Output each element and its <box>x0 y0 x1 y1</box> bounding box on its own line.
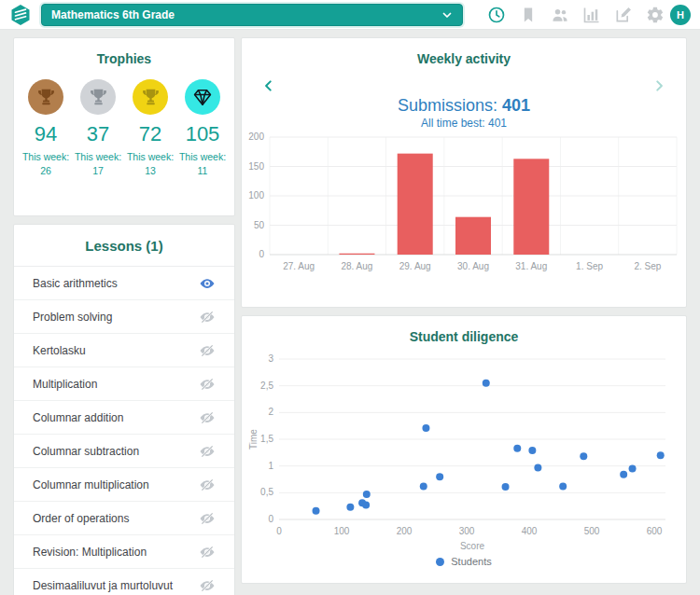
trophy-item-diamond-trophy: 105This week:11 <box>176 79 229 177</box>
lesson-visibility-toggle[interactable] <box>199 510 216 527</box>
lesson-row[interactable]: Columnar multiplication <box>14 468 234 502</box>
trophy-count: 72 <box>124 122 176 146</box>
bar[interactable] <box>513 159 549 255</box>
eye-hidden-icon[interactable] <box>199 477 216 493</box>
lesson-row[interactable]: Problem solving <box>14 300 234 334</box>
lesson-name: Columnar subtraction <box>33 445 199 458</box>
lesson-row[interactable]: Basic arithmetics <box>14 267 234 300</box>
eye-hidden-icon[interactable] <box>199 376 216 393</box>
clock-icon[interactable] <box>487 6 506 24</box>
scatter-point[interactable] <box>346 504 354 511</box>
scatter-point[interactable] <box>620 471 627 478</box>
tick-label: 500 <box>584 526 600 536</box>
lesson-row[interactable]: Order of operations <box>14 502 234 535</box>
tick-label: 2. Sep <box>634 261 661 271</box>
y-axis-label: Time <box>248 429 259 450</box>
scatter-point[interactable] <box>629 465 637 473</box>
eye-hidden-icon[interactable] <box>199 443 216 460</box>
previous-week-arrow-icon[interactable] <box>262 79 275 92</box>
users-icon[interactable] <box>551 6 569 24</box>
eye-hidden-icon[interactable] <box>199 409 216 426</box>
lesson-name: Kertolasku <box>33 344 199 357</box>
lesson-row[interactable]: Columnar addition <box>14 401 234 435</box>
tick-label: 50 <box>254 220 265 230</box>
class-selector[interactable]: Mathematics 6th Grade <box>41 4 463 26</box>
lesson-visibility-toggle[interactable] <box>199 443 216 460</box>
weekly-activity-panel: Weekly activity Submissions: 401 All tim… <box>241 37 687 308</box>
lesson-name: Desimaaliluvut ja murtoluvut <box>33 579 199 592</box>
scatter-point[interactable] <box>559 482 567 490</box>
weekly-activity-title: Weekly activity <box>242 51 686 66</box>
tick-label: 0,5 <box>260 487 273 497</box>
lesson-name: Multiplication <box>33 378 199 391</box>
lesson-visibility-toggle[interactable] <box>199 342 216 359</box>
silver-trophy-icon <box>80 79 116 115</box>
scatter-point[interactable] <box>313 507 320 515</box>
scatter-point[interactable] <box>362 502 370 509</box>
lesson-visibility-toggle[interactable] <box>199 577 216 594</box>
bookmark-icon[interactable] <box>519 6 538 24</box>
scatter-point[interactable] <box>363 491 371 498</box>
bar-chart-icon[interactable] <box>582 6 601 24</box>
lesson-visibility-toggle[interactable] <box>199 309 216 325</box>
scatter-point[interactable] <box>420 482 427 490</box>
scatter-point[interactable] <box>657 451 665 459</box>
lesson-row[interactable]: Multiplication <box>14 367 234 401</box>
tick-label: 100 <box>334 526 350 536</box>
app-logo-icon[interactable] <box>9 4 32 26</box>
submissions-label: Submissions: <box>398 96 497 115</box>
lesson-name: Problem solving <box>33 311 199 324</box>
lesson-visibility-toggle[interactable] <box>199 409 216 426</box>
bronze-trophy-icon <box>28 79 63 115</box>
lesson-visibility-toggle[interactable] <box>199 376 216 393</box>
trophies-panel: Trophies 94This week:2637This week:1772T… <box>13 37 235 216</box>
scatter-point[interactable] <box>436 473 443 480</box>
scatter-point[interactable] <box>422 424 429 432</box>
lesson-visibility-toggle[interactable] <box>199 477 216 493</box>
trophy-icon <box>89 88 108 107</box>
bar[interactable] <box>339 254 374 255</box>
lesson-visibility-toggle[interactable] <box>199 544 216 560</box>
scatter-point[interactable] <box>580 452 587 460</box>
avatar[interactable]: H <box>670 5 691 25</box>
lesson-row[interactable]: Revision: Multiplication <box>14 535 234 569</box>
bar[interactable] <box>398 154 433 255</box>
next-week-arrow-icon[interactable] <box>652 79 665 92</box>
tick-label: 30. Aug <box>457 261 489 271</box>
lesson-row[interactable]: Kertolasku <box>14 334 234 367</box>
eye-visible-icon[interactable] <box>199 275 216 292</box>
trophy-week-count: This week:26 <box>20 150 72 177</box>
eye-hidden-icon[interactable] <box>199 309 216 325</box>
scatter-point[interactable] <box>483 380 490 387</box>
tick-label: 1 <box>268 461 273 471</box>
edit-icon[interactable] <box>614 6 633 24</box>
submissions-total: Submissions: 401 <box>242 96 686 116</box>
tick-label: 0 <box>276 526 282 536</box>
tick-label: 27. Aug <box>283 261 315 271</box>
eye-hidden-icon[interactable] <box>199 342 216 359</box>
lesson-row[interactable]: Desimaaliluvut ja murtoluvut <box>14 569 234 595</box>
lesson-name: Columnar addition <box>33 411 199 424</box>
eye-hidden-icon[interactable] <box>199 577 216 594</box>
lesson-row[interactable]: Columnar subtraction <box>14 435 234 468</box>
student-diligence-title: Student diligence <box>242 329 686 344</box>
trophy-count: 94 <box>20 122 72 146</box>
eye-hidden-icon[interactable] <box>199 544 216 560</box>
topbar-icon-group <box>487 6 665 24</box>
student-diligence-panel: Student diligence 00,511,522,53010020030… <box>241 315 687 584</box>
tick-label: 600 <box>647 526 663 536</box>
weekly-activity-bar-chart: 05010015020027. Aug28. Aug29. Aug30. Aug… <box>247 128 682 305</box>
x-axis-label: Score <box>460 541 485 551</box>
bar[interactable] <box>455 217 491 255</box>
scatter-point[interactable] <box>534 464 541 471</box>
tick-label: 100 <box>248 190 264 201</box>
scatter-point[interactable] <box>502 483 510 491</box>
trophy-week-count: This week:11 <box>176 150 229 177</box>
gear-icon[interactable] <box>646 6 665 24</box>
trophy-grid: 94This week:2637This week:1772This week:… <box>14 79 234 177</box>
lesson-name: Revision: Multiplication <box>33 546 199 559</box>
lesson-visibility-toggle[interactable] <box>199 275 216 292</box>
scatter-point[interactable] <box>528 447 536 454</box>
scatter-point[interactable] <box>513 445 521 452</box>
eye-hidden-icon[interactable] <box>199 510 216 527</box>
